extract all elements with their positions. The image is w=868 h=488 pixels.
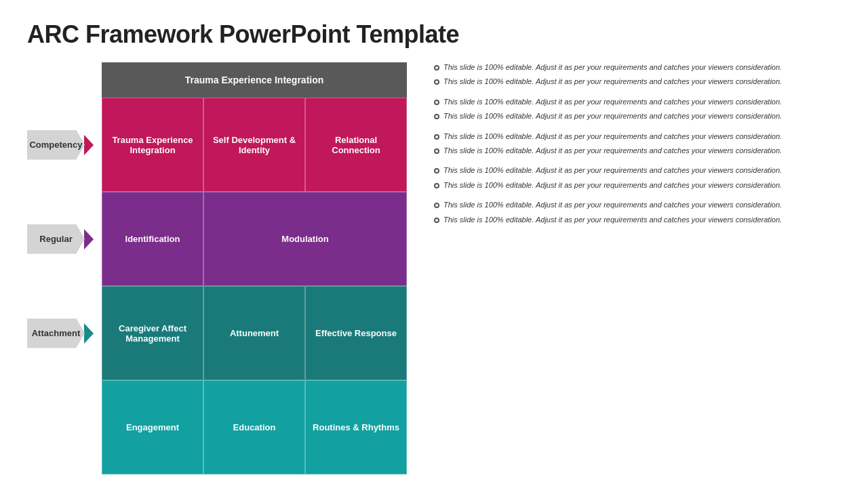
cell-engagement: Engagement [102, 380, 203, 474]
bullet-item-3-0: This slide is 100% editable. Adjust it a… [434, 165, 841, 176]
bullet-text-2-1: This slide is 100% editable. Adjust it a… [443, 146, 782, 156]
row-bottom: Engagement Education Routines & Rhythms [27, 380, 407, 474]
bullet-text-0-1: This slide is 100% editable. Adjust it a… [443, 77, 782, 87]
header-cell-container: Trauma Experience Integration [102, 62, 407, 98]
page-title: ARC Framework PowerPoint Template [27, 20, 841, 49]
competency-cells: Trauma Experience Integration Self Devel… [102, 98, 407, 192]
bullet-item-2-0: This slide is 100% editable. Adjust it a… [434, 131, 841, 142]
bullet-text-4-1: This slide is 100% editable. Adjust it a… [443, 215, 782, 225]
row-competency: Competency Trauma Experience Integration… [27, 98, 407, 192]
bullet-dot-4-1 [434, 218, 439, 223]
bullet-dot-3-1 [434, 183, 439, 188]
bullet-dot-1-0 [434, 100, 439, 105]
cell-routines-rhythms: Routines & Rhythms [305, 380, 407, 474]
label-attachment: Attachment [27, 286, 102, 380]
bullet-item-4-1: This slide is 100% editable. Adjust it a… [434, 215, 841, 225]
bullet-text-0-0: This slide is 100% editable. Adjust it a… [443, 62, 782, 73]
cell-effective-response: Effective Response [305, 286, 407, 380]
regular-label-box: Regular [27, 224, 85, 254]
bottom-cells: Engagement Education Routines & Rhythms [102, 380, 407, 474]
diagram-wrapper: Trauma Experience Integration Competency [27, 62, 407, 474]
cell-trauma-exp-int: Trauma Experience Integration [102, 98, 203, 192]
bullet-group-1: This slide is 100% editable. Adjust it a… [434, 97, 841, 126]
cell-relational-conn: Relational Connection [305, 98, 407, 192]
label-regular: Regular [27, 192, 102, 286]
bullet-item-0-1: This slide is 100% editable. Adjust it a… [434, 77, 841, 87]
bullet-text-1-0: This slide is 100% editable. Adjust it a… [443, 97, 782, 107]
notes-area: This slide is 100% editable. Adjust it a… [427, 62, 841, 474]
bullet-item-1-1: This slide is 100% editable. Adjust it a… [434, 111, 841, 121]
bullet-dot-4-0 [434, 203, 439, 208]
page: ARC Framework PowerPoint Template Trauma… [0, 0, 868, 488]
bullet-text-3-0: This slide is 100% editable. Adjust it a… [443, 165, 782, 176]
bullet-text-3-1: This slide is 100% editable. Adjust it a… [443, 180, 782, 190]
bullet-dot-2-1 [434, 148, 439, 154]
bullet-group-3: This slide is 100% editable. Adjust it a… [434, 165, 841, 195]
bullet-text-4-0: This slide is 100% editable. Adjust it a… [443, 200, 782, 210]
header-cell: Trauma Experience Integration [102, 62, 407, 98]
chevron-attachment: Attachment [27, 319, 94, 348]
bullet-item-1-0: This slide is 100% editable. Adjust it a… [434, 97, 841, 107]
bullet-group-4: This slide is 100% editable. Adjust it a… [434, 200, 841, 229]
bullet-dot-0-1 [434, 79, 439, 85]
chevron-competency: Competency [27, 130, 94, 160]
row-attachment: Attachment Caregiver Affect Management A… [27, 286, 407, 380]
cell-attunement: Attunement [203, 286, 305, 380]
regular-cells: Identification Modulation [102, 192, 407, 286]
label-bottom-empty [27, 380, 102, 474]
cell-education: Education [203, 380, 305, 474]
header-text: Trauma Experience Integration [185, 75, 324, 85]
bullet-item-4-0: This slide is 100% editable. Adjust it a… [434, 200, 841, 210]
cell-self-dev: Self Development & Identity [203, 98, 305, 192]
bullet-dot-3-0 [434, 168, 439, 174]
bullet-group-2: This slide is 100% editable. Adjust it a… [434, 131, 841, 161]
competency-label-text: Competency [29, 140, 82, 150]
competency-label-box: Competency [27, 130, 85, 160]
content-area: Trauma Experience Integration Competency [27, 62, 841, 474]
cell-caregiver-affect: Caregiver Affect Management [102, 286, 203, 380]
bullet-dot-1-1 [434, 114, 439, 119]
bullet-text-1-1: This slide is 100% editable. Adjust it a… [443, 111, 782, 121]
attachment-cells: Caregiver Affect Management Attunement E… [102, 286, 407, 380]
bullet-dot-2-0 [434, 134, 439, 140]
bullet-group-0: This slide is 100% editable. Adjust it a… [434, 62, 841, 92]
header-row-wrapper: Trauma Experience Integration [27, 62, 407, 98]
bullet-dot-0-0 [434, 65, 439, 70]
attachment-label-text: Attachment [32, 328, 81, 338]
regular-label-text: Regular [39, 234, 72, 244]
spacer-label [27, 62, 102, 98]
bullet-item-0-0: This slide is 100% editable. Adjust it a… [434, 62, 841, 73]
bullet-item-3-1: This slide is 100% editable. Adjust it a… [434, 180, 841, 190]
attachment-label-box: Attachment [27, 319, 85, 348]
cell-identification: Identification [102, 192, 203, 286]
bullet-text-2-0: This slide is 100% editable. Adjust it a… [443, 131, 782, 142]
attachment-arrow-icon [84, 323, 94, 344]
bullet-item-2-1: This slide is 100% editable. Adjust it a… [434, 146, 841, 156]
row-regular: Regular Identification Modulation [27, 192, 407, 286]
chevron-regular: Regular [27, 224, 94, 254]
competency-arrow-icon [84, 135, 94, 155]
regular-arrow-icon [84, 229, 94, 249]
label-competency: Competency [27, 98, 102, 192]
cell-modulation: Modulation [203, 192, 407, 286]
